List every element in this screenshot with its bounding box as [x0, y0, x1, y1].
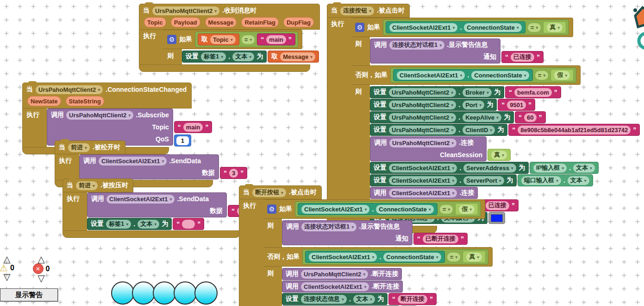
- component-dropdown[interactable]: 连接状态对话框1: [389, 41, 444, 50]
- property-dropdown[interactable]: 文本: [232, 52, 254, 61]
- param-newstate[interactable]: NewState: [27, 96, 61, 106]
- param-message[interactable]: Message: [205, 17, 237, 27]
- text-block[interactable]: main: [257, 33, 295, 45]
- property-dropdown[interactable]: ConnectionState: [376, 205, 433, 214]
- equals-block[interactable]: 取 Topic = main: [195, 32, 298, 47]
- text-block[interactable]: [173, 218, 204, 230]
- property-dropdown[interactable]: ServerAddress: [463, 164, 516, 172]
- component-getter-block[interactable]: ClientSocketAI2Ext1 . ConnectionState: [305, 251, 445, 263]
- block-stack-disconnect-button-click[interactable]: 当 断开按钮 .被点击时 执行 ⚙ 如果 ClientSocketAI2Ext1…: [239, 185, 493, 306]
- warnings-down-icon[interactable]: ▽: [3, 273, 10, 281]
- logic-false-block[interactable]: 假: [455, 203, 478, 215]
- component-dropdown[interactable]: ClientSocketAI2Ext1: [309, 253, 377, 261]
- component-dropdown[interactable]: UrsPahoMqttClient2: [36, 85, 103, 94]
- text-value[interactable]: 断开连接: [398, 295, 427, 304]
- equals-block[interactable]: ClientSocketAI2Ext1 . ConnectionState = …: [302, 249, 488, 265]
- logic-value[interactable]: 真: [547, 23, 563, 32]
- property-dropdown[interactable]: Port: [463, 101, 484, 109]
- text-block[interactable]: 9501: [498, 99, 535, 111]
- operator-dropdown[interactable]: =: [528, 23, 541, 32]
- show-warnings-button[interactable]: 显示警告: [0, 288, 58, 301]
- text-value[interactable]: 3: [229, 169, 238, 178]
- event-block-footer[interactable]: [63, 230, 240, 238]
- param-dupflag[interactable]: DupFlag: [283, 17, 314, 27]
- text-block[interactable]: main: [174, 121, 212, 133]
- component-getter-block[interactable]: IP输入框 . 文本: [530, 162, 599, 174]
- set-status-text-block[interactable]: 设置 连接状态信息 . 文本 为: [282, 293, 388, 305]
- component-dropdown[interactable]: UrsPahoMqttClient2: [389, 113, 456, 122]
- property-dropdown[interactable]: ConnectionState: [383, 253, 441, 261]
- text-value[interactable]: main: [266, 35, 286, 44]
- component-dropdown[interactable]: ClientSocketAI2Ext1: [106, 195, 175, 204]
- event-block-header[interactable]: 当 前进 .被松开时: [55, 140, 125, 154]
- collapsed-block[interactable]: [194, 281, 218, 305]
- property-dropdown[interactable]: 文本: [353, 295, 375, 304]
- component-dropdown[interactable]: ClientSocketAI2Ext1: [389, 164, 457, 172]
- event-block-header[interactable]: 当 连接按钮 .被点击时: [327, 4, 410, 18]
- operator-dropdown[interactable]: =: [440, 205, 453, 214]
- text-value[interactable]: main: [183, 123, 203, 132]
- component-dropdown[interactable]: 标签1: [201, 52, 226, 61]
- event-block-header[interactable]: 当 UrsPahoMqttClient2 .收到消息时 Topic Payloa…: [139, 4, 320, 30]
- get-variable-block[interactable]: 取 Topic: [198, 33, 239, 45]
- component-dropdown[interactable]: ClientSocketAI2Ext1: [301, 282, 369, 291]
- operator-dropdown[interactable]: =: [447, 253, 461, 261]
- equals-block[interactable]: ClientSocketAI2Ext1 . ConnectionState = …: [390, 67, 576, 83]
- collapsed-block[interactable]: [132, 281, 155, 305]
- logic-value[interactable]: 假: [554, 71, 570, 80]
- component-dropdown[interactable]: 标签1: [106, 220, 131, 229]
- text-block[interactable]: 断开连接: [388, 293, 437, 305]
- blocks-workspace[interactable]: 当 UrsPahoMqttClient2 .收到消息时 Topic Payloa…: [0, 0, 644, 306]
- logic-true-block[interactable]: 真: [463, 251, 486, 263]
- text-block[interactable]: 8e908c5b8e044ab1af21ed5d81d23742: [508, 124, 640, 136]
- operator-dropdown[interactable]: =: [535, 71, 549, 80]
- logic-true-block[interactable]: 真: [543, 21, 566, 33]
- property-dropdown[interactable]: KeepAlive: [463, 113, 501, 122]
- call-method-block[interactable]: 调用 连接状态对话框1 .显示警告信息 通知: [370, 38, 500, 64]
- mutator-gear-icon[interactable]: ⚙: [267, 204, 276, 214]
- component-dropdown[interactable]: 断开按钮: [252, 188, 286, 197]
- component-dropdown[interactable]: IP输入框: [533, 164, 567, 172]
- component-dropdown[interactable]: 连接状态对话框1: [301, 223, 356, 231]
- property-dropdown[interactable]: 文本: [138, 220, 159, 229]
- event-block-header[interactable]: 当 断开按钮 .被点击时: [239, 185, 322, 199]
- set-clientid-block[interactable]: 设置 UrsPahoMqttClient2 . ClientID 为: [370, 124, 507, 136]
- component-dropdown[interactable]: UrsPahoMqttClient2: [152, 6, 219, 15]
- get-variable-block[interactable]: 取 Message: [268, 51, 319, 63]
- component-getter-block[interactable]: ClientSocketAI2Ext1 . ConnectionState: [393, 69, 533, 81]
- if-block[interactable]: ⚙ 如果 取 Topic = main 则: [163, 30, 320, 64]
- operator-dropdown[interactable]: =: [242, 35, 255, 44]
- mutator-gear-icon[interactable]: ⚙: [167, 35, 176, 44]
- component-dropdown[interactable]: ClientSocketAI2Ext1: [389, 176, 457, 185]
- variable-dropdown[interactable]: Topic: [210, 35, 236, 44]
- property-dropdown[interactable]: 文本: [573, 164, 595, 172]
- text-value[interactable]: bemfa.com: [514, 88, 552, 97]
- set-property-block[interactable]: 设置 标签1 . 文本 为: [87, 218, 172, 230]
- component-dropdown[interactable]: 前进: [76, 181, 98, 190]
- logic-value[interactable]: 真: [466, 253, 482, 261]
- component-dropdown[interactable]: 连接按钮: [340, 6, 374, 15]
- if-else-block[interactable]: ⚙ 如果 ClientSocketAI2Ext1 . ConnectionSta…: [263, 199, 493, 306]
- text-value[interactable]: [182, 220, 195, 229]
- call-method-block[interactable]: 调用 连接状态对话框1 .显示警告信息 通知: [282, 220, 413, 245]
- warnings-up-icon[interactable]: △: [3, 255, 10, 263]
- text-value[interactable]: 已断开连接: [423, 235, 458, 243]
- call-method-block[interactable]: 调用 ClientSocketAI2Ext1 .SendData 数据: [87, 192, 227, 217]
- property-dropdown[interactable]: ConnectionState: [471, 71, 529, 80]
- component-dropdown[interactable]: ClientSocketAI2Ext1: [389, 23, 457, 32]
- logic-true-block[interactable]: 真: [488, 149, 511, 161]
- text-block[interactable]: 60: [515, 111, 545, 123]
- equals-block[interactable]: ClientSocketAI2Ext1 . ConnectionState = …: [383, 19, 569, 35]
- set-broker-block[interactable]: 设置 UrsPahoMqttClient2 . Broker 为: [370, 86, 504, 98]
- component-dropdown[interactable]: ClientSocketAI2Ext1: [397, 71, 465, 80]
- call-method-block[interactable]: 调用 ClientSocketAI2Ext1 .SendData 数据: [79, 154, 219, 179]
- component-dropdown[interactable]: UrsPahoMqttClient2: [389, 139, 456, 147]
- component-getter-block[interactable]: 端口输入框 . 文本: [518, 174, 593, 186]
- component-dropdown[interactable]: UrsPahoMqttClient2: [389, 126, 456, 134]
- collapsed-block[interactable]: [111, 281, 134, 305]
- param-statestring[interactable]: StateString: [66, 96, 104, 106]
- param-retainflag[interactable]: RetainFlag: [241, 17, 278, 27]
- text-value[interactable]: 8e908c5b8e044ab1af21ed5d81d23742: [518, 126, 631, 134]
- set-port-block[interactable]: 设置 UrsPahoMqttClient2 . Port 为: [370, 99, 497, 111]
- component-dropdown[interactable]: ClientSocketAI2Ext1: [99, 157, 167, 166]
